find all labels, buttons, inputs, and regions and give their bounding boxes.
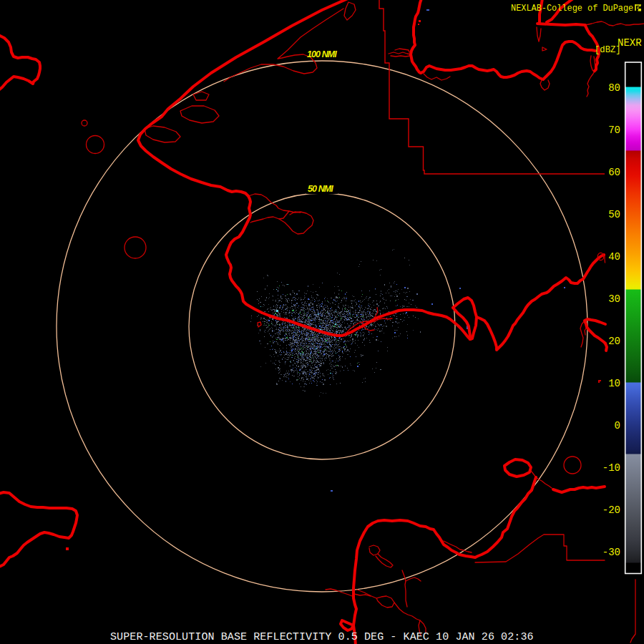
svg-text:80: 80: [608, 82, 620, 94]
svg-text:70: 70: [608, 125, 620, 136]
svg-text:[dBZ]: [dBZ]: [595, 45, 621, 55]
svg-text:-20: -20: [602, 504, 620, 516]
svg-text:NEXR: NEXR: [618, 37, 642, 49]
svg-text:10: 10: [608, 378, 620, 389]
svg-text:50: 50: [608, 209, 620, 220]
svg-text:NEXLAB-College of DuPage: NEXLAB-College of DuPage: [511, 4, 633, 14]
svg-text:-10: -10: [602, 462, 620, 474]
svg-text:-30: -30: [602, 547, 620, 558]
svg-text:50 NMI: 50 NMI: [308, 184, 333, 194]
svg-text:40: 40: [608, 251, 620, 263]
svg-text:100 NMI: 100 NMI: [307, 49, 337, 59]
svg-text:SUPER-RESOLUTION BASE REFLECTI: SUPER-RESOLUTION BASE REFLECTIVITY 0.5 D…: [110, 631, 534, 643]
svg-text:0: 0: [615, 420, 620, 431]
svg-text:30: 30: [608, 293, 620, 305]
svg-text:60: 60: [608, 167, 620, 178]
svg-text:20: 20: [608, 336, 620, 347]
